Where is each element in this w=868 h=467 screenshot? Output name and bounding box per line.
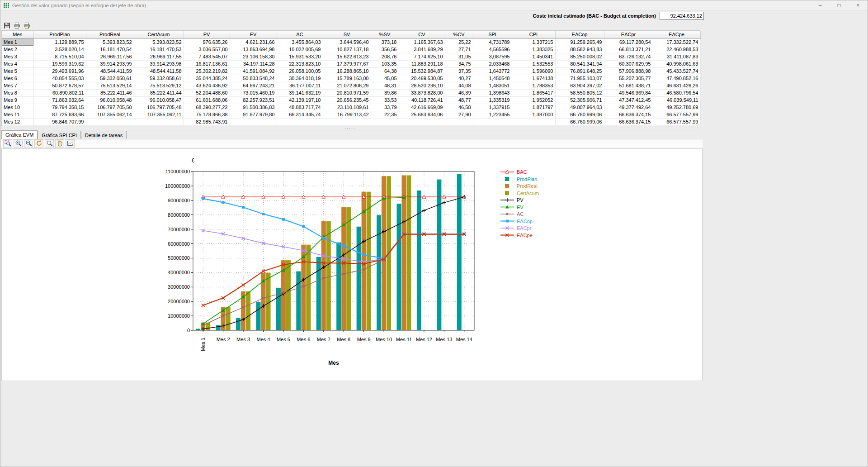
column-header-ac[interactable]: AC — [277, 31, 323, 38]
value-cell[interactable]: 20.810.971,59 — [323, 89, 371, 96]
value-cell[interactable]: 3.841.689,29 — [399, 46, 445, 53]
value-cell[interactable]: 96.010.058,47 — [134, 96, 184, 104]
value-cell[interactable] — [473, 118, 512, 125]
value-cell[interactable]: 91.977.979,80 — [230, 111, 277, 118]
row-label-cell[interactable]: Mes 4 — [2, 60, 33, 67]
table-row[interactable]: Mes 23.528.020,1416.181.470,5416.181.470… — [2, 46, 700, 53]
row-label-cell[interactable]: Mes 10 — [2, 104, 33, 111]
value-cell[interactable]: 20.469.530,05 — [399, 75, 445, 82]
value-cell[interactable]: 47.490.852,16 — [653, 75, 700, 82]
column-header-prodreal[interactable]: ProdReal — [86, 31, 134, 38]
table-row[interactable]: Mes 1079.794.358,15106.797.705,50106.797… — [2, 104, 700, 111]
value-cell[interactable]: 30.364.018,19 — [277, 75, 323, 82]
value-cell[interactable]: 23.110.109,61 — [323, 104, 371, 111]
value-cell[interactable]: 1,223455 — [473, 111, 512, 118]
value-cell[interactable]: 60.307.629,95 — [604, 60, 653, 67]
evm-chart[interactable]: 0100000002000000030000000400000005000000… — [2, 149, 702, 380]
value-cell[interactable]: 22.313.823,10 — [277, 60, 323, 67]
value-cell[interactable]: 66.577.557,99 — [653, 111, 700, 118]
minimize-button[interactable]: – — [811, 0, 830, 10]
row-label-cell[interactable]: Mes 11 — [2, 111, 33, 118]
zoom-out-button[interactable] — [24, 139, 33, 148]
value-cell[interactable]: 85.222.411,46 — [86, 89, 134, 96]
value-cell[interactable]: 44,08 — [445, 82, 473, 89]
value-cell[interactable]: 2,033468 — [473, 60, 512, 67]
value-cell[interactable]: 47.347.412,45 — [604, 96, 653, 104]
value-cell[interactable]: 33,79 — [371, 104, 399, 111]
print-button[interactable] — [13, 22, 21, 30]
value-cell[interactable]: 1,596090 — [512, 67, 555, 75]
value-cell[interactable]: 5.393.823,52 — [86, 38, 134, 46]
value-cell[interactable]: 46.039.549,11 — [653, 96, 700, 104]
value-cell[interactable]: 13.863.694,98 — [230, 46, 277, 53]
value-cell[interactable]: 59.332.058,61 — [86, 75, 134, 82]
value-cell[interactable]: 85.222.411,44 — [134, 89, 184, 96]
value-cell[interactable]: 27,90 — [445, 111, 473, 118]
value-cell[interactable]: 1,532553 — [512, 60, 555, 67]
value-cell[interactable]: 7.483.545,07 — [184, 53, 230, 60]
value-cell[interactable]: 45,05 — [371, 75, 399, 82]
value-cell[interactable]: 1,450341 — [512, 53, 555, 60]
row-label-cell[interactable]: Mes 8 — [2, 89, 33, 96]
column-header-sv[interactable]: %SV — [371, 31, 399, 38]
value-cell[interactable] — [134, 118, 184, 125]
value-cell[interactable]: 59.332.058,61 — [134, 75, 184, 82]
value-cell[interactable]: 1.165.367,63 — [399, 38, 445, 46]
value-cell[interactable]: 50.833.548,24 — [230, 75, 277, 82]
value-cell[interactable]: 57.906.888,98 — [604, 67, 653, 75]
value-cell[interactable]: 51.681.438,71 — [604, 82, 653, 89]
table-row[interactable]: Mes 640.854.555,0359.332.058,6159.332.05… — [2, 75, 700, 82]
value-cell[interactable]: 1,387000 — [512, 111, 555, 118]
value-cell[interactable]: 16.817.136,61 — [184, 60, 230, 67]
value-cell[interactable]: 50.872.678,57 — [33, 82, 86, 89]
value-cell[interactable]: 35.044.385,24 — [184, 75, 230, 82]
value-cell[interactable]: 48.544.411,58 — [134, 67, 184, 75]
value-cell[interactable]: 63.726.132,74 — [604, 53, 653, 60]
value-cell[interactable]: 45.433.527,74 — [653, 67, 700, 75]
value-cell[interactable]: 42.616.669,09 — [399, 104, 445, 111]
value-cell[interactable]: 66.577.557,99 — [653, 118, 700, 125]
row-label-cell[interactable]: Mes 12 — [2, 118, 33, 125]
value-cell[interactable]: 40.998.061,63 — [653, 60, 700, 67]
value-cell[interactable]: 25,22 — [445, 38, 473, 46]
value-cell[interactable]: 68.390.277,22 — [184, 104, 230, 111]
value-cell[interactable]: 26.969.117,56 — [86, 53, 134, 60]
value-cell[interactable]: 23.106.158,30 — [230, 53, 277, 60]
value-cell[interactable]: 34,75 — [445, 60, 473, 67]
value-cell[interactable] — [371, 118, 399, 125]
value-cell[interactable]: 107.355.062,14 — [86, 111, 134, 118]
table-row[interactable]: Mes 529.493.691,9648.544.411,5948.544.41… — [2, 67, 700, 75]
column-header-eacpr[interactable]: EACpr — [604, 31, 653, 38]
value-cell[interactable]: 373,18 — [371, 38, 399, 46]
value-cell[interactable]: 1,952052 — [512, 96, 555, 104]
table-row[interactable]: Mes 1296.846.707,9982.985.743,9166.760.9… — [2, 118, 700, 125]
value-cell[interactable]: 55.207.305,77 — [604, 75, 653, 82]
value-cell[interactable]: 91.500.386,83 — [230, 104, 277, 111]
value-cell[interactable]: 48.883.717,74 — [277, 104, 323, 111]
value-cell[interactable]: 33.873.828,00 — [399, 89, 445, 96]
value-cell[interactable]: 1,337215 — [512, 38, 555, 46]
value-cell[interactable]: 356,56 — [371, 46, 399, 53]
table-row[interactable]: Mes 971.863.032,6496.010.058,4896.010.05… — [2, 96, 700, 104]
value-cell[interactable]: 80.541.341,94 — [555, 60, 604, 67]
column-header-mes[interactable]: Mes — [2, 31, 33, 38]
value-cell[interactable]: 15.931.533,20 — [277, 53, 323, 60]
value-cell[interactable]: 39,86 — [371, 89, 399, 96]
value-cell[interactable] — [277, 118, 323, 125]
value-cell[interactable]: 107.355.062,11 — [134, 111, 184, 118]
value-cell[interactable]: 28.520.236,10 — [399, 82, 445, 89]
value-cell[interactable]: 16.181.470,53 — [134, 46, 184, 53]
value-cell[interactable]: 43.624.436,92 — [184, 82, 230, 89]
value-cell[interactable]: 208,76 — [371, 53, 399, 60]
value-cell[interactable]: 58.550.805,12 — [555, 89, 604, 96]
tab-detalle-de-tareas[interactable]: Detalle de tareas — [81, 131, 127, 139]
value-cell[interactable]: 15.532.984,87 — [399, 67, 445, 75]
value-cell[interactable]: 106.797.705,50 — [86, 104, 134, 111]
value-cell[interactable]: 66.813.371,21 — [604, 46, 653, 53]
value-cell[interactable]: 40,27 — [445, 75, 473, 82]
value-cell[interactable]: 91.259.265,49 — [555, 38, 604, 46]
value-cell[interactable]: 46.631.426,26 — [653, 82, 700, 89]
value-cell[interactable]: 8.715.510,04 — [33, 53, 86, 60]
value-cell[interactable]: 88.582.943,83 — [555, 46, 604, 53]
zoom-region-button[interactable] — [3, 139, 12, 148]
